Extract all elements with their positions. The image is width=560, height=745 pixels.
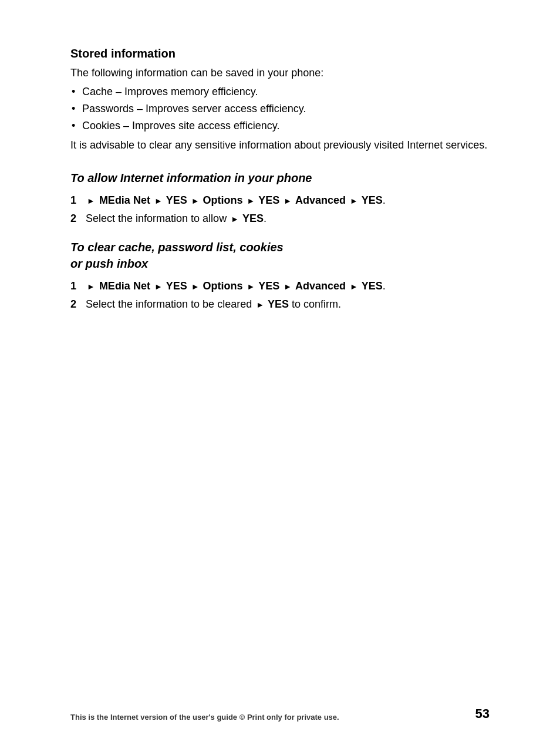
stored-info-intro: The following information can be saved i… <box>70 65 490 81</box>
step1-yes3: YES <box>362 194 383 206</box>
clear-section-title: To clear cache, password list, cookies o… <box>70 239 490 272</box>
arrow-icon-6: ► <box>350 196 360 205</box>
page-container: Stored information The following informa… <box>0 0 560 360</box>
page-number: 53 <box>475 706 490 722</box>
allow-steps: 1 ► MEdia Net ► YES ► Options ► YES ► Ad… <box>70 192 490 227</box>
clear-step1-advanced: Advanced <box>295 280 346 292</box>
step-2-content: Select the information to allow ► YES. <box>86 210 490 227</box>
clear-step1-yes3: YES <box>362 280 383 292</box>
clear-step-2-content: Select the information to be cleared ► Y… <box>86 296 490 313</box>
clear-step1-yes2: YES <box>258 280 279 292</box>
clear-step2-yes: YES <box>268 298 289 310</box>
step-1-content: ► MEdia Net ► YES ► Options ► YES ► Adva… <box>86 192 490 209</box>
arrow-icon-3: ► <box>191 196 202 205</box>
clear-step-1-number: 1 <box>70 278 83 295</box>
clear-step-2: 2 Select the information to be cleared ►… <box>70 296 490 313</box>
clear-step2-text: Select the information to be cleared <box>86 298 252 310</box>
arrow-icon-1: ► <box>87 196 95 205</box>
arrow-icon-4: ► <box>247 196 257 205</box>
page-footer: This is the Internet version of the user… <box>0 706 560 722</box>
allow-step-2: 2 Select the information to allow ► YES. <box>70 210 490 227</box>
clear-step1-options: Options <box>203 280 242 292</box>
step1-options: Options <box>203 194 242 206</box>
step1-advanced: Advanced <box>295 194 346 206</box>
stored-info-section: Stored information The following informa… <box>70 47 490 153</box>
stored-info-bullets: Cache – Improves memory efficiency. Pass… <box>70 83 490 134</box>
arrow-icon-7: ► <box>231 214 241 224</box>
step2-text: Select the information to allow <box>86 213 227 224</box>
step-2-number: 2 <box>70 210 83 227</box>
arrow-icon-14: ► <box>256 300 266 309</box>
advisory-text: It is advisable to clear any sensitive i… <box>70 137 490 153</box>
step1-media-net: MEdia Net <box>99 194 150 206</box>
clear-title-line1: To clear cache, password list, cookies <box>70 241 284 254</box>
bullet-cache: Cache – Improves memory efficiency. <box>70 83 490 100</box>
step1-yes1: YES <box>166 194 187 206</box>
arrow-icon-8: ► <box>87 282 95 291</box>
clear-steps: 1 ► MEdia Net ► YES ► Options ► YES ► Ad… <box>70 278 490 313</box>
allow-section: To allow Internet information in your ph… <box>70 170 490 227</box>
clear-step-1: 1 ► MEdia Net ► YES ► Options ► YES ► Ad… <box>70 278 490 295</box>
arrow-icon-2: ► <box>154 196 165 205</box>
arrow-icon-12: ► <box>284 282 294 291</box>
arrow-icon-5: ► <box>284 196 294 205</box>
clear-title-line2: or push inbox <box>70 257 148 270</box>
allow-section-title: To allow Internet information in your ph… <box>70 170 490 186</box>
footer-text: This is the Internet version of the user… <box>70 713 339 722</box>
step2-yes: YES <box>242 213 264 224</box>
bullet-cookies: Cookies – Improves site access efficienc… <box>70 117 490 134</box>
arrow-icon-13: ► <box>350 282 360 291</box>
arrow-icon-10: ► <box>191 282 202 291</box>
step-1-number: 1 <box>70 192 83 209</box>
clear-step1-media-net: MEdia Net <box>99 280 150 292</box>
clear-step1-yes1: YES <box>166 280 187 292</box>
allow-step-1: 1 ► MEdia Net ► YES ► Options ► YES ► Ad… <box>70 192 490 209</box>
stored-info-title: Stored information <box>70 47 490 60</box>
step1-yes2: YES <box>258 194 279 206</box>
clear-step-2-number: 2 <box>70 296 83 313</box>
arrow-icon-11: ► <box>247 282 257 291</box>
bullet-passwords: Passwords – Improves server access effic… <box>70 100 490 117</box>
clear-section: To clear cache, password list, cookies o… <box>70 239 490 313</box>
clear-step2-confirm: to confirm. <box>292 298 341 310</box>
arrow-icon-9: ► <box>154 282 165 291</box>
clear-step-1-content: ► MEdia Net ► YES ► Options ► YES ► Adva… <box>86 278 490 295</box>
